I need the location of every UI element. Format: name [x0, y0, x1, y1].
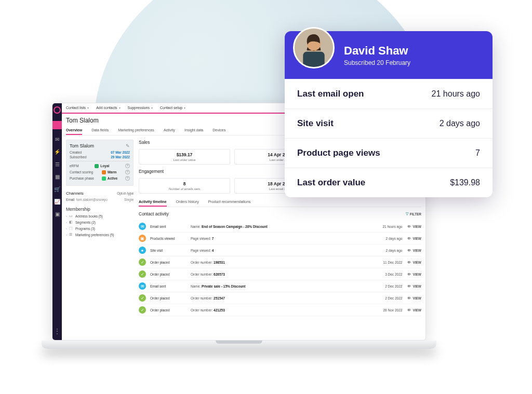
activity-view-button[interactable]: 👁VIEW — [407, 296, 421, 300]
activity-mail-icon: ✉ — [139, 223, 146, 230]
rail-item-mail-icon[interactable]: ✉ — [54, 137, 60, 143]
eye-icon: 👁 — [407, 273, 411, 276]
overlay-row-product-views: Product page views7 — [285, 138, 493, 168]
eye-icon: 👁 — [407, 261, 411, 264]
tab-devices[interactable]: Devices — [212, 126, 225, 135]
overlay-contact-name: David Shaw — [344, 44, 410, 58]
channels-title: Channels — [66, 191, 84, 196]
tab-activity[interactable]: Activity — [164, 126, 175, 135]
subscribed-value: 29 Mar 2022 — [111, 155, 130, 159]
book-icon: ▭ — [69, 214, 73, 218]
help-icon[interactable]: ? — [125, 164, 130, 168]
rail-item-commerce-icon[interactable]: 🛒 — [54, 186, 60, 193]
channels-section: ChannelsOpt-in type Email tom.slalom@sno… — [66, 191, 134, 201]
activity-detail: Order number: 421253 — [191, 308, 366, 312]
contact-summary-overlay: David Shaw Subscribed 20 February Last e… — [285, 31, 493, 197]
activity-order-icon: ✓ — [139, 306, 146, 314]
card-title: Tom Slalom — [70, 143, 94, 148]
activity-time: 2 days ago — [366, 249, 402, 252]
filter-button[interactable]: ▽FILTER — [406, 212, 421, 216]
activity-type: Email sent — [150, 225, 191, 228]
activity-view-button[interactable]: 👁VIEW — [407, 249, 421, 252]
subscribed-label: Subscribed — [70, 155, 87, 159]
help-icon[interactable]: ? — [125, 170, 130, 174]
thermometer-icon — [102, 170, 106, 174]
phase-badge: Active — [102, 176, 118, 181]
activity-detail: Order number: 251547 — [191, 296, 366, 300]
activity-view-button[interactable]: 👁VIEW — [407, 273, 421, 276]
activity-detail: Name: End of Season Campaign - 20% Disco… — [191, 225, 366, 228]
eye-icon: 👁 — [407, 308, 411, 312]
tab-overview[interactable]: Overview — [66, 126, 82, 135]
activity-time: 2 Dec 2022 — [366, 296, 402, 300]
eye-icon: 👁 — [407, 296, 411, 300]
program-icon: ⬚ — [69, 226, 73, 230]
activity-subtabs: Activity timeline Orders history Product… — [139, 198, 421, 207]
eye-icon: 👁 — [407, 225, 411, 228]
rail-item-apps-icon[interactable]: ▣ — [54, 211, 60, 218]
activity-row: ●Site visitPage viewed: 42 days ago👁VIEW — [139, 244, 421, 256]
topnav-suppressions[interactable]: Suppressions▾ — [128, 106, 153, 110]
membership-item-address-books[interactable]: ›▭Address books (5) — [66, 214, 134, 218]
subtab-activity-timeline[interactable]: Activity timeline — [139, 198, 167, 207]
edit-icon[interactable]: ✎ — [126, 143, 130, 148]
activity-order-icon: ✓ — [139, 270, 146, 278]
activity-type: Order placed — [150, 308, 191, 312]
activity-view-button[interactable]: 👁VIEW — [407, 308, 421, 312]
topnav-add-contacts[interactable]: Add contacts▾ — [96, 106, 120, 110]
activity-type: Site visit — [150, 249, 191, 252]
caret-right-icon: › — [66, 233, 67, 236]
membership-item-marketing-prefs[interactable]: ›☰Marketing preferences (5) — [66, 233, 134, 237]
channel-mode: Single — [124, 198, 134, 201]
activity-view-button[interactable]: 👁VIEW — [407, 284, 421, 288]
tab-insight-data[interactable]: Insight data — [184, 126, 203, 135]
tab-marketing-preferences[interactable]: Marketing preferences — [118, 126, 154, 135]
subtab-orders-history[interactable]: Orders history — [176, 198, 199, 207]
activity-row: ✉Email sentName: End of Season Campaign … — [139, 221, 421, 233]
membership-item-programs[interactable]: ›⬚Programs (3) — [66, 226, 134, 230]
overlay-subscribed: Subscribed 20 February — [344, 59, 410, 66]
activity-detail: Page viewed: 7 — [191, 237, 366, 240]
activity-time: 2 Dec 2022 — [366, 284, 402, 288]
rail-item-content-icon[interactable]: ▦ — [54, 174, 60, 180]
activity-list: ✉Email sentName: End of Season Campaign … — [139, 221, 421, 316]
contact-activity-title: Contact activity — [139, 211, 169, 216]
activity-row: ✓Order placedOrder number: 42125328 Nov … — [139, 304, 421, 316]
activity-view-button[interactable]: 👁VIEW — [407, 225, 421, 228]
rail-item-contacts[interactable] — [52, 121, 62, 129]
membership-item-segments[interactable]: ›◧Segments (2) — [66, 220, 134, 224]
rail-item-analytics-icon[interactable]: 📈 — [54, 199, 60, 205]
eye-icon: 👁 — [407, 237, 411, 240]
laptop-base — [42, 341, 436, 349]
activity-row: ▣Products viewedPage viewed: 72 days ago… — [139, 233, 421, 244]
chevron-down-icon: ▾ — [151, 106, 153, 110]
activity-mail-icon: ✉ — [139, 282, 146, 290]
tab-data-fields[interactable]: Data fields — [91, 126, 109, 135]
activity-type: Products viewed — [150, 237, 191, 240]
activity-detail: Page viewed: 4 — [191, 249, 366, 252]
rail-item-forms-icon[interactable]: ☰ — [54, 161, 60, 168]
activity-type: Email sent — [150, 284, 191, 288]
membership-title: Membership — [66, 207, 134, 212]
segment-icon: ◧ — [69, 220, 73, 224]
rail-more-icon[interactable]: ⋮ — [54, 328, 60, 335]
activity-row: ✓Order placedOrder number: 6265733 Dec 2… — [139, 268, 421, 280]
help-icon[interactable]: ? — [125, 176, 130, 181]
topnav-contact-setup[interactable]: Contact setup▾ — [160, 106, 185, 110]
caret-right-icon: › — [66, 221, 67, 224]
subtab-product-recommendations[interactable]: Product recommendations — [208, 198, 251, 207]
channel-row-label: Email tom.slalom@snowyo — [66, 198, 108, 201]
overlay-header: David Shaw Subscribed 20 February — [285, 31, 493, 79]
topnav-contact-lists[interactable]: Contact lists▾ — [66, 106, 89, 110]
activity-view-button[interactable]: 👁VIEW — [407, 237, 421, 240]
activity-order-icon: ✓ — [139, 294, 146, 302]
stat-emails-sent: 8Number of emails sent — [139, 178, 230, 194]
activity-view-button[interactable]: 👁VIEW — [407, 261, 421, 264]
chevron-down-icon: ▾ — [119, 106, 121, 110]
phase-label: Purchase phase — [70, 176, 94, 180]
activity-detail: Order number: 198531 — [191, 261, 366, 264]
app-logo-icon[interactable] — [54, 106, 61, 114]
caret-right-icon: › — [66, 227, 67, 230]
activity-time: 28 Nov 2022 — [366, 308, 402, 312]
rail-item-automations-icon[interactable]: ⚡ — [54, 149, 60, 155]
